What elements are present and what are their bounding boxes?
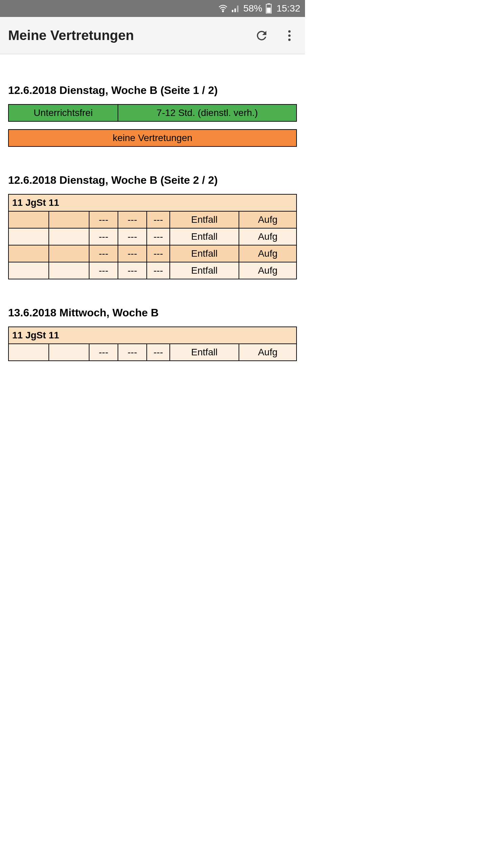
svg-point-0	[222, 11, 223, 12]
cell: ---	[118, 262, 147, 279]
svg-point-4	[288, 30, 291, 33]
cell: Aufg	[239, 344, 297, 361]
cell: Aufg	[239, 245, 297, 262]
table-header: 11 JgSt 11	[8, 194, 297, 211]
app-bar: Meine Vertretungen	[0, 17, 305, 54]
cell: Entfall	[170, 245, 239, 262]
cell	[8, 262, 49, 279]
wifi-icon	[218, 4, 228, 13]
table-row: --- --- --- Entfall Aufg	[8, 344, 297, 361]
clock-time: 15:32	[277, 3, 300, 14]
battery-icon	[266, 3, 272, 14]
cell: ---	[147, 245, 170, 262]
svg-point-6	[288, 38, 291, 41]
more-button[interactable]	[282, 28, 297, 43]
cell: ---	[147, 228, 170, 245]
svg-point-5	[288, 34, 291, 37]
section-heading: 13.6.2018 Mittwoch, Woche B	[8, 307, 297, 319]
cell: ---	[118, 228, 147, 245]
cell: ---	[147, 262, 170, 279]
refresh-icon	[255, 28, 269, 43]
cell: ---	[89, 262, 118, 279]
refresh-button[interactable]	[254, 28, 269, 43]
substitution-table: 11 JgSt 11 --- --- --- Entfall Aufg --- …	[8, 194, 297, 279]
cell: Entfall	[170, 211, 239, 228]
cell: ---	[118, 344, 147, 361]
cell	[49, 211, 89, 228]
cell: Aufg	[239, 211, 297, 228]
cell: Aufg	[239, 262, 297, 279]
cell: Entfall	[170, 344, 239, 361]
table-row: --- --- --- Entfall Aufg	[8, 211, 297, 228]
cell: ---	[147, 211, 170, 228]
section-heading: 12.6.2018 Dienstag, Woche B (Seite 1 / 2…	[8, 84, 297, 97]
cell	[8, 344, 49, 361]
cell: Entfall	[170, 228, 239, 245]
cell: ---	[89, 228, 118, 245]
cell	[49, 245, 89, 262]
info-left: Unterrichtsfrei	[8, 104, 118, 121]
cell: ---	[89, 245, 118, 262]
cell	[8, 228, 49, 245]
cell: Entfall	[170, 262, 239, 279]
page-title: Meine Vertretungen	[8, 28, 254, 43]
table-row: --- --- --- Entfall Aufg	[8, 262, 297, 279]
notice-text: keine Vertretungen	[8, 130, 297, 146]
cell: ---	[89, 211, 118, 228]
content: 12.6.2018 Dienstag, Woche B (Seite 1 / 2…	[0, 54, 305, 375]
info-right: 7-12 Std. (dienstl. verh.)	[118, 104, 297, 121]
substitution-table: 11 JgSt 11 --- --- --- Entfall Aufg	[8, 327, 297, 361]
cell-signal-icon	[231, 4, 240, 13]
battery-percent: 58%	[243, 3, 262, 14]
cell	[49, 228, 89, 245]
cell	[49, 262, 89, 279]
cell: Aufg	[239, 228, 297, 245]
cell: ---	[147, 344, 170, 361]
status-bar: 58% 15:32	[0, 0, 305, 17]
svg-rect-3	[267, 8, 270, 13]
info-banner: Unterrichtsfrei 7-12 Std. (dienstl. verh…	[8, 104, 297, 122]
table-row: --- --- --- Entfall Aufg	[8, 245, 297, 262]
more-vert-icon	[282, 28, 297, 43]
table-header: 11 JgSt 11	[8, 327, 297, 344]
cell	[8, 245, 49, 262]
cell: ---	[118, 245, 147, 262]
section-heading: 12.6.2018 Dienstag, Woche B (Seite 2 / 2…	[8, 174, 297, 186]
table-row: --- --- --- Entfall Aufg	[8, 228, 297, 245]
cell	[8, 211, 49, 228]
cell	[49, 344, 89, 361]
cell: ---	[118, 211, 147, 228]
cell: ---	[89, 344, 118, 361]
notice-banner: keine Vertretungen	[8, 129, 297, 147]
